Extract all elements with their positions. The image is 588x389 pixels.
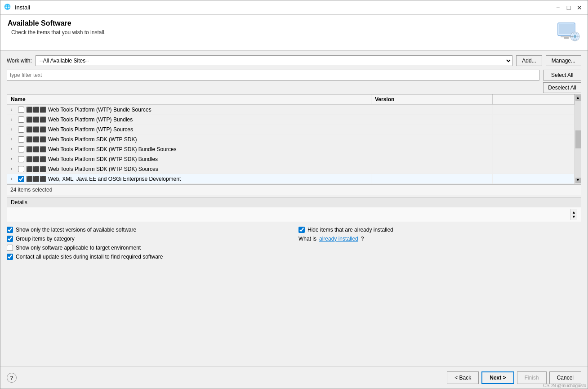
- expand-icon[interactable]: ›: [11, 147, 16, 152]
- software-table: Name Version › ⬛⬛⬛ Web Tools Platform (W…: [7, 94, 575, 184]
- svg-point-6: [574, 35, 576, 38]
- row-checkbox[interactable]: [18, 116, 24, 123]
- option-contact-sites[interactable]: Contact all update sites during install …: [7, 254, 290, 260]
- table-scrollbar[interactable]: ▲ ▼: [575, 94, 581, 184]
- table-row[interactable]: › ⬛⬛⬛ Web Tools Platform SDK (WTP SDK): [7, 134, 575, 144]
- already-installed-prefix: What is: [298, 236, 316, 242]
- row-extra-cell: [493, 134, 575, 144]
- option-target-env[interactable]: Show only software applicable to target …: [7, 245, 290, 251]
- row-label: Web Tools Platform SDK (WTP SDK) Bundle …: [48, 146, 176, 152]
- row-label: Web Tools Platform SDK (WTP SDK) Bundles: [48, 156, 158, 162]
- title-bar-left: 🌐 Install: [4, 4, 30, 12]
- row-icon: ⬛⬛⬛: [26, 176, 46, 182]
- row-name-cell: › ⬛⬛⬛ Web Tools Platform SDK (WTP SDK) B…: [7, 154, 371, 164]
- table-row[interactable]: › ⬛⬛⬛ Web Tools Platform (WTP) Bundles: [7, 115, 575, 125]
- details-section: Details ▲ ▼: [7, 197, 581, 222]
- row-extra-cell: [493, 125, 575, 134]
- row-checkbox-checked[interactable]: [18, 176, 24, 182]
- table-row-checked[interactable]: › ⬛⬛⬛ Web, XML, Java EE and OSGi Enterpr…: [7, 174, 575, 184]
- back-button[interactable]: < Back: [447, 371, 479, 384]
- expand-icon[interactable]: ›: [11, 137, 16, 142]
- install-window: 🌐 Install − □ ✕ Available Software Check…: [0, 0, 588, 389]
- main-content: Work with: --All Available Sites-- Add..…: [0, 51, 588, 367]
- add-button[interactable]: Add...: [516, 55, 542, 66]
- details-scrollbar[interactable]: ▲ ▼: [570, 209, 577, 220]
- already-installed-suffix: ?: [361, 236, 364, 242]
- options-right: Hide items that are already installed Wh…: [298, 227, 581, 260]
- row-extra-cell: [493, 174, 575, 183]
- select-all-button[interactable]: Select All: [543, 70, 581, 80]
- already-installed-row: What is already installed ?: [298, 236, 581, 242]
- cancel-button[interactable]: Cancel: [549, 371, 581, 384]
- already-installed-link[interactable]: already installed: [319, 236, 358, 242]
- app-icon: 🌐: [4, 4, 12, 12]
- option-latest-checkbox[interactable]: [7, 227, 13, 233]
- col-extra: [493, 94, 575, 104]
- option-contact-checkbox[interactable]: [7, 254, 13, 260]
- option-hide-installed[interactable]: Hide items that are already installed: [298, 227, 581, 233]
- row-name-cell: › ⬛⬛⬛ Web Tools Platform (WTP) Sources: [7, 125, 371, 134]
- work-with-row: Work with: --All Available Sites-- Add..…: [7, 55, 581, 66]
- row-extra-cell: [493, 154, 575, 164]
- table-row[interactable]: › ⬛⬛⬛ Web Tools Platform SDK (WTP SDK) S…: [7, 164, 575, 174]
- option-hide-label: Hide items that are already installed: [307, 227, 393, 233]
- filter-input[interactable]: [7, 70, 539, 80]
- option-target-label: Show only software applicable to target …: [16, 245, 141, 251]
- option-hide-checkbox[interactable]: [298, 227, 305, 233]
- help-button[interactable]: ?: [7, 373, 17, 383]
- table-row[interactable]: › ⬛⬛⬛ Web Tools Platform (WTP) Sources: [7, 125, 575, 134]
- svg-rect-8: [564, 37, 569, 39]
- row-version-cell: [371, 164, 493, 174]
- work-with-select[interactable]: --All Available Sites--: [36, 55, 512, 66]
- row-label: Web Tools Platform (WTP) Bundles: [48, 116, 133, 123]
- table-row[interactable]: › ⬛⬛⬛ Web Tools Platform (WTP) Bundle So…: [7, 105, 575, 115]
- details-header: Details: [7, 198, 581, 207]
- row-version-cell: [371, 154, 493, 164]
- row-version-cell: [371, 115, 493, 124]
- finish-button[interactable]: Finish: [517, 371, 547, 384]
- header-section: Available Software Check the items that …: [0, 15, 588, 51]
- option-contact-label: Contact all update sites during install …: [16, 254, 163, 260]
- option-latest-versions[interactable]: Show only the latest versions of availab…: [7, 227, 290, 233]
- row-icon: ⬛⬛⬛: [26, 107, 46, 113]
- table-row[interactable]: › ⬛⬛⬛ Web Tools Platform SDK (WTP SDK) B…: [7, 144, 575, 154]
- maximize-button[interactable]: □: [564, 3, 573, 12]
- close-button[interactable]: ✕: [575, 3, 584, 12]
- deselect-all-button[interactable]: Deselect All: [543, 82, 581, 93]
- next-button[interactable]: Next >: [481, 371, 514, 384]
- expand-icon[interactable]: ›: [11, 107, 16, 112]
- option-group-checkbox[interactable]: [7, 236, 13, 242]
- table-row[interactable]: › ⬛⬛⬛ Web Tools Platform SDK (WTP SDK) B…: [7, 154, 575, 164]
- status-bar: 24 items selected: [7, 184, 581, 195]
- expand-icon[interactable]: ›: [11, 166, 16, 171]
- row-checkbox[interactable]: [18, 156, 24, 162]
- row-name-cell: › ⬛⬛⬛ Web Tools Platform SDK (WTP SDK): [7, 134, 371, 144]
- row-extra-cell: [493, 105, 575, 114]
- row-label: Web Tools Platform (WTP) Bundle Sources: [48, 107, 151, 113]
- row-name-cell: › ⬛⬛⬛ Web Tools Platform SDK (WTP SDK) B…: [7, 144, 371, 154]
- expand-icon[interactable]: ›: [11, 156, 16, 161]
- expand-icon[interactable]: ›: [11, 127, 16, 132]
- option-target-checkbox[interactable]: [7, 245, 13, 251]
- expand-icon[interactable]: ›: [11, 176, 16, 181]
- row-checkbox[interactable]: [18, 107, 24, 113]
- bottom-bar: ? < Back Next > Finish Cancel: [0, 367, 588, 389]
- row-label: Web Tools Platform (WTP) Sources: [48, 126, 133, 133]
- expand-icon[interactable]: ›: [11, 117, 16, 122]
- items-selected-text: 24 items selected: [10, 187, 52, 193]
- row-version-cell: [371, 105, 493, 114]
- row-checkbox[interactable]: [18, 126, 24, 133]
- options-section: Show only the latest versions of availab…: [7, 227, 581, 260]
- manage-button[interactable]: Manage...: [546, 55, 581, 66]
- row-extra-cell: [493, 144, 575, 154]
- row-checkbox[interactable]: [18, 146, 24, 152]
- row-extra-cell: [493, 115, 575, 124]
- title-bar: 🌐 Install − □ ✕: [0, 0, 588, 15]
- minimize-button[interactable]: −: [553, 3, 562, 12]
- row-checkbox[interactable]: [18, 166, 24, 172]
- row-label: Web Tools Platform SDK (WTP SDK): [48, 136, 137, 143]
- header-text: Available Software Check the items that …: [8, 19, 106, 36]
- row-name-cell: › ⬛⬛⬛ Web, XML, Java EE and OSGi Enterpr…: [7, 174, 371, 183]
- option-group-category[interactable]: Group items by category: [7, 236, 290, 242]
- row-checkbox[interactable]: [18, 136, 24, 143]
